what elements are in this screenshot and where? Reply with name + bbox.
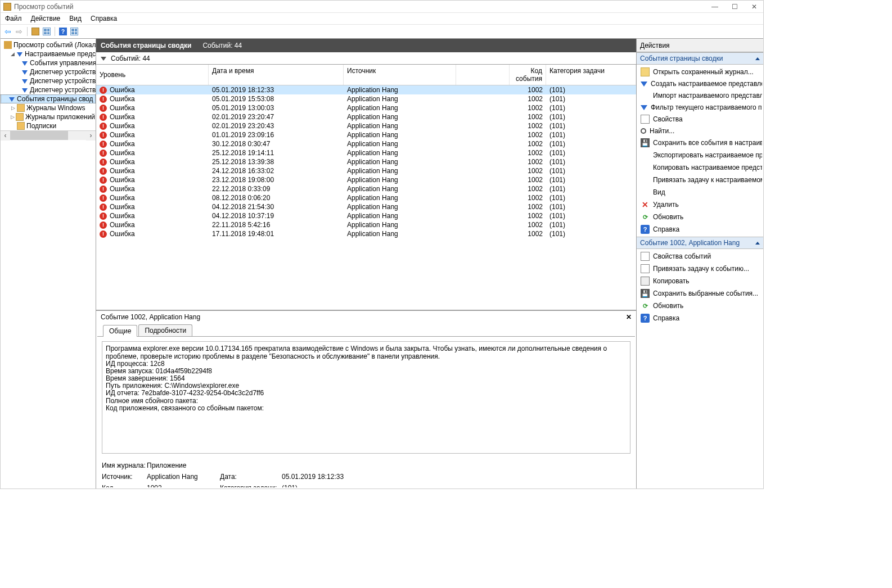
action-item[interactable]: Вид — [638, 186, 762, 198]
detail-title: Событие 1002, Application Hang — [101, 313, 200, 321]
event-row[interactable]: !Ошибка25.12.2018 13:39:38Application Ha… — [96, 157, 636, 166]
menu-view[interactable]: Вид — [69, 15, 82, 22]
error-icon: ! — [100, 132, 107, 139]
blank-icon — [641, 175, 650, 184]
event-row[interactable]: !Ошибка04.12.2018 10:37:19Application Ha… — [96, 211, 636, 220]
event-row[interactable]: !Ошибка05.01.2019 13:00:03Application Ha… — [96, 103, 636, 112]
col-category[interactable]: Категория задачи — [546, 65, 636, 85]
collapse-icon — [755, 57, 760, 60]
event-row[interactable]: !Ошибка25.12.2018 19:14:11Application Ha… — [96, 148, 636, 157]
error-icon: ! — [100, 123, 107, 130]
action-item[interactable]: Привязать задачу к настраиваемому п... — [638, 174, 762, 186]
center-title: События страницы сводки — [101, 42, 191, 49]
toolbar-grid2-icon[interactable] — [70, 27, 79, 36]
minimize-button[interactable]: — — [708, 3, 722, 11]
forward-button[interactable] — [15, 27, 24, 36]
action-item[interactable]: Свойства событий — [638, 250, 762, 263]
col-source[interactable]: Источник — [344, 65, 456, 85]
filter-icon — [17, 52, 22, 57]
tree-item[interactable]: Диспетчер устройств - k — [1, 67, 96, 76]
toolbar-grid-icon[interactable] — [42, 27, 51, 36]
tab-general[interactable]: Общие — [103, 325, 137, 337]
action-item[interactable]: Копировать — [638, 275, 762, 287]
action-item[interactable]: Свойства — [638, 113, 762, 125]
menu-action[interactable]: Действие — [31, 15, 61, 22]
blank-icon — [641, 91, 650, 100]
tab-details[interactable]: Подробности — [138, 324, 192, 336]
tree-item[interactable]: События управления — [1, 58, 96, 67]
col-eventid[interactable]: Код события — [510, 65, 546, 85]
action-item[interactable]: Фильтр текущего настраиваемого пре... — [638, 102, 762, 113]
filter-count: Событий: 44 — [111, 55, 150, 62]
event-row[interactable]: !Ошибка02.01.2019 23:20:43Application Ha… — [96, 121, 636, 130]
collapse-icon — [755, 242, 760, 245]
event-row[interactable]: !Ошибка22.11.2018 5:42:16Application Han… — [96, 220, 636, 229]
maximize-button[interactable]: ☐ — [728, 3, 741, 11]
action-section-header[interactable]: События страницы сводки — [637, 52, 763, 65]
col-date[interactable]: Дата и время — [209, 65, 344, 85]
center-header: События страницы сводки Событий: 44 — [96, 39, 636, 52]
action-item[interactable]: Привязать задачу к событию... — [638, 263, 762, 275]
menu-bar: Файл Действие Вид Справка — [1, 13, 763, 24]
props-icon — [641, 252, 650, 261]
props-icon — [641, 264, 650, 273]
action-item[interactable]: Открыть сохраненный журнал... — [638, 66, 762, 78]
error-icon: ! — [100, 212, 107, 220]
action-item[interactable]: Найти... — [638, 125, 762, 137]
action-item[interactable]: ⟳Обновить — [638, 211, 762, 223]
save-icon: 💾 — [641, 138, 650, 147]
error-icon: ! — [100, 168, 107, 175]
copy-icon — [641, 277, 650, 286]
toolbar-help-icon[interactable]: ? — [58, 27, 67, 36]
action-item[interactable]: Экспортировать настраиваемое предст... — [638, 149, 762, 161]
error-icon: ! — [100, 96, 107, 103]
refresh-icon: ⟳ — [641, 212, 650, 221]
event-row[interactable]: !Ошибка05.01.2019 15:53:08Application Ha… — [96, 94, 636, 103]
event-row[interactable]: !Ошибка01.01.2019 23:09:16Application Ha… — [96, 130, 636, 139]
action-item[interactable]: Создать настраиваемое представление... — [638, 78, 762, 89]
action-item[interactable]: ?Справка — [638, 312, 762, 324]
action-item[interactable]: 💾Сохранить выбранные события... — [638, 287, 762, 300]
open-icon — [641, 67, 650, 76]
event-row[interactable]: !Ошибка04.12.2018 21:54:30Application Ha… — [96, 202, 636, 211]
action-item[interactable]: ✕Удалить — [638, 198, 762, 211]
filter-icon — [22, 79, 28, 84]
event-row[interactable]: !Ошибка24.12.2018 16:33:02Application Ha… — [96, 166, 636, 175]
action-item[interactable]: ?Справка — [638, 223, 762, 236]
action-item[interactable]: ⟳Обновить — [638, 300, 762, 312]
action-item[interactable]: 💾Сохранить все события в настраивае... — [638, 137, 762, 149]
event-row[interactable]: !Ошибка22.12.2018 0:33:09Application Han… — [96, 184, 636, 193]
col-level[interactable]: Уровень — [96, 65, 209, 85]
event-row[interactable]: !Ошибка02.01.2019 23:20:47Application Ha… — [96, 112, 636, 121]
event-row[interactable]: !Ошибка17.11.2018 19:48:01Application Ha… — [96, 229, 636, 238]
filter-row: Событий: 44 — [96, 52, 636, 65]
filter-icon — [22, 88, 28, 93]
tree-item[interactable]: События страницы свод — [1, 94, 96, 103]
tree-item[interactable]: ▷Журналы Windows — [1, 103, 96, 112]
tree-scrollbar[interactable]: ‹› — [1, 130, 96, 140]
action-item[interactable]: Копировать настраиваемое представле... — [638, 161, 762, 174]
tree-item[interactable]: Подписки — [1, 121, 96, 130]
detail-tabs: Общие Подробности — [97, 322, 635, 337]
tree-item[interactable]: Диспетчер устройств - У — [1, 76, 96, 85]
tree-item[interactable]: Просмотр событий (Локальны — [1, 40, 96, 49]
props-icon — [641, 115, 650, 124]
menu-help[interactable]: Справка — [91, 15, 117, 22]
action-item[interactable]: Импорт настраиваемого представления — [638, 89, 762, 102]
action-section-header[interactable]: Событие 1002, Application Hang — [637, 237, 763, 249]
tree-item[interactable]: ▷Журналы приложений и сл — [1, 112, 96, 121]
event-list[interactable]: Уровень Дата и время Источник Код событи… — [96, 65, 636, 311]
event-row[interactable]: !Ошибка23.12.2018 19:08:00Application Ha… — [96, 175, 636, 184]
error-icon: ! — [100, 230, 107, 238]
event-row[interactable]: !Ошибка05.01.2019 18:12:33Application Ha… — [96, 85, 636, 94]
tree-item[interactable]: Диспетчер устройств - У — [1, 85, 96, 94]
event-row[interactable]: !Ошибка30.12.2018 0:30:47Application Han… — [96, 139, 636, 148]
tree-item[interactable]: ◢Настраиваемые представле — [1, 49, 96, 58]
menu-file[interactable]: Файл — [5, 15, 22, 22]
toolbar-folder-icon[interactable] — [31, 27, 40, 36]
event-row[interactable]: !Ошибка08.12.2018 0:06:20Application Han… — [96, 193, 636, 202]
filter-icon — [9, 97, 15, 102]
detail-close-icon[interactable]: ✕ — [626, 313, 632, 321]
close-button[interactable]: ✕ — [748, 3, 760, 11]
back-button[interactable] — [3, 27, 12, 36]
